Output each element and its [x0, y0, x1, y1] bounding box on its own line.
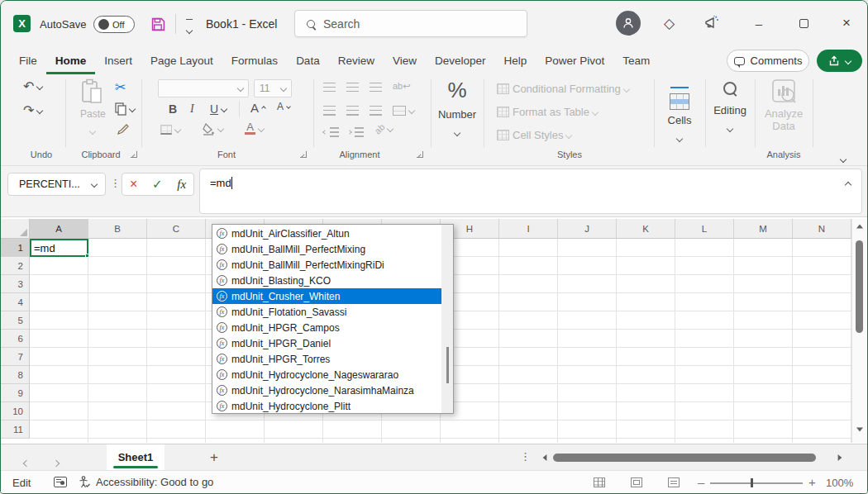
align-middle-button[interactable]: [346, 83, 359, 93]
tab-review[interactable]: Review: [329, 47, 384, 74]
row-header-1[interactable]: 1: [1, 239, 30, 257]
normal-view-button[interactable]: [594, 477, 605, 487]
column-header-C[interactable]: C: [147, 219, 206, 239]
row-header-5[interactable]: 5: [1, 311, 30, 330]
horizontal-scrollbar-thumb[interactable]: [553, 454, 816, 462]
column-header-L[interactable]: L: [675, 219, 734, 239]
align-center-button[interactable]: [346, 106, 359, 116]
expand-formula-bar-button[interactable]: [846, 176, 851, 191]
grow-font-button[interactable]: A: [250, 101, 265, 115]
tab-file[interactable]: File: [10, 47, 46, 74]
name-box[interactable]: PERCENTI...: [7, 173, 106, 196]
row-header-6[interactable]: 6: [1, 330, 30, 348]
tab-view[interactable]: View: [384, 47, 426, 74]
accessibility-status[interactable]: Accessibility: Good to go: [79, 476, 213, 488]
formula-input[interactable]: =md: [199, 169, 862, 214]
row-header-7[interactable]: 7: [1, 348, 30, 366]
macro-recording-button[interactable]: [54, 477, 67, 487]
function-suggestion-mdUnit_AirClassifier_Altun[interactable]: fxmdUnit_AirClassifier_Altun: [212, 226, 441, 241]
comments-button[interactable]: Comments: [727, 50, 809, 72]
row-header-9[interactable]: 9: [1, 384, 30, 402]
column-header-I[interactable]: I: [499, 219, 558, 239]
number-group-button[interactable]: % Number: [432, 78, 482, 139]
scroll-up-arrow-icon[interactable]: [856, 225, 863, 229]
function-suggestion-mdUnit_BallMill_PerfectMixingRiDi[interactable]: fxmdUnit_BallMill_PerfectMixingRiDi: [212, 257, 441, 273]
tab-power-pivot[interactable]: Power Pivot: [536, 47, 613, 74]
autosave-toggle[interactable]: Off: [93, 16, 135, 33]
borders-button[interactable]: [160, 125, 180, 135]
popup-scrollbar[interactable]: [441, 225, 453, 413]
align-right-button[interactable]: [370, 106, 382, 116]
column-header-N[interactable]: N: [793, 219, 851, 239]
column-header-K[interactable]: K: [617, 219, 675, 239]
account-avatar[interactable]: [616, 11, 641, 36]
function-suggestion-mdUnit_HPGR_Torres[interactable]: fxmdUnit_HPGR_Torres: [212, 351, 441, 367]
align-bottom-button[interactable]: [370, 83, 382, 93]
function-suggestion-mdUnit_Hydrocyclone_NarasimhaMainza[interactable]: fxmdUnit_Hydrocyclone_NarasimhaMainza: [212, 382, 441, 398]
share-button[interactable]: [817, 50, 862, 72]
shrink-font-button[interactable]: A: [277, 101, 290, 112]
search-box[interactable]: Search: [294, 10, 527, 37]
next-sheet-button[interactable]: [54, 454, 59, 469]
font-name-combo[interactable]: [158, 79, 249, 97]
fill-handle[interactable]: [85, 254, 89, 258]
font-dialog-launcher[interactable]: [300, 151, 307, 158]
row-header-11[interactable]: 11: [1, 420, 30, 439]
function-suggestion-mdUnit_HPGR_Campos[interactable]: fxmdUnit_HPGR_Campos: [212, 320, 441, 335]
scroll-right-arrow-icon[interactable]: [838, 454, 842, 461]
column-header-B[interactable]: B: [88, 219, 147, 239]
function-suggestion-mdUnit_BallMill_PerfectMixing[interactable]: fxmdUnit_BallMill_PerfectMixing: [212, 241, 441, 257]
zoom-out-button[interactable]: –: [698, 475, 704, 489]
formula-bar-handle[interactable]: ⋮: [110, 177, 121, 189]
format-painter-button[interactable]: [116, 124, 129, 136]
scroll-left-arrow-icon[interactable]: [543, 454, 547, 461]
zoom-slider-thumb[interactable]: [751, 478, 753, 487]
maximize-button[interactable]: [791, 11, 816, 36]
italic-button[interactable]: I: [190, 102, 194, 116]
align-left-button[interactable]: [323, 106, 336, 116]
page-layout-view-button[interactable]: [631, 477, 642, 487]
tab-data[interactable]: Data: [287, 47, 329, 74]
zoom-in-button[interactable]: +: [808, 475, 816, 489]
alignment-dialog-launcher[interactable]: [417, 151, 423, 158]
conditional-formatting-button[interactable]: Conditional Formatting: [497, 83, 629, 95]
column-header-A[interactable]: A: [30, 219, 88, 239]
sheet-bar-kebab[interactable]: ⋮: [520, 450, 531, 463]
row-header-3[interactable]: 3: [1, 275, 30, 293]
wrap-text-button[interactable]: ab↩: [393, 81, 410, 92]
function-suggestion-mdUnit_Hydrocyclone_Plitt[interactable]: fxmdUnit_Hydrocyclone_Plitt: [212, 398, 441, 414]
cell-styles-button[interactable]: Cell Styles: [497, 129, 571, 141]
tab-insert[interactable]: Insert: [95, 47, 141, 74]
zoom-level[interactable]: 100%: [826, 477, 853, 489]
paste-button[interactable]: Paste: [80, 78, 106, 137]
column-header-J[interactable]: J: [558, 219, 617, 239]
function-suggestion-mdUnit_HPGR_Daniel[interactable]: fxmdUnit_HPGR_Daniel: [212, 335, 441, 351]
scroll-down-arrow-icon[interactable]: [856, 428, 863, 432]
active-cell-a1[interactable]: =md: [30, 239, 88, 257]
vertical-scrollbar[interactable]: [851, 219, 866, 443]
column-header-M[interactable]: M: [734, 219, 793, 239]
tab-home[interactable]: Home: [46, 47, 96, 74]
align-top-button[interactable]: [323, 83, 336, 93]
editing-group-button[interactable]: Editing: [708, 79, 751, 135]
popup-scrollbar-thumb[interactable]: [446, 347, 449, 383]
previous-sheet-button[interactable]: [24, 454, 29, 469]
font-size-combo[interactable]: 11: [254, 79, 292, 97]
customize-qat-button[interactable]: [184, 19, 194, 36]
redo-button[interactable]: ↷: [23, 104, 42, 117]
function-suggestion-mdUnit_Crusher_Whiten[interactable]: fxmdUnit_Crusher_Whiten: [212, 288, 441, 304]
function-suggestion-mdUnit_Blasting_KCO[interactable]: fxmdUnit_Blasting_KCO: [212, 273, 441, 288]
cells-group-button[interactable]: Cells: [657, 78, 702, 145]
save-button[interactable]: [150, 16, 166, 32]
tab-team[interactable]: Team: [613, 47, 659, 74]
function-suggestion-mdUnit_Flotation_Savassi[interactable]: fxmdUnit_Flotation_Savassi: [212, 304, 441, 320]
bold-button[interactable]: B: [169, 102, 177, 116]
undo-button[interactable]: ↶: [23, 80, 42, 93]
insert-function-button[interactable]: fx: [177, 178, 186, 192]
row-header-8[interactable]: 8: [1, 366, 30, 384]
page-break-preview-button[interactable]: [668, 477, 680, 487]
row-header-2[interactable]: 2: [1, 257, 30, 275]
premium-diamond-icon[interactable]: ◇: [664, 15, 675, 32]
merge-center-button[interactable]: [393, 106, 414, 116]
tab-page-layout[interactable]: Page Layout: [141, 47, 222, 74]
